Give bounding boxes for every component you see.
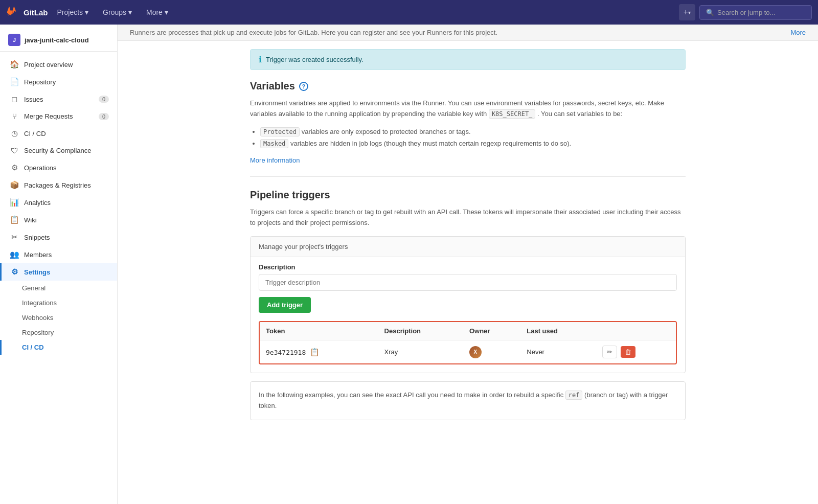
sidebar-sub-item-webhooks[interactable]: Webhooks: [0, 310, 117, 325]
sidebar: J java-junit-calc-cloud 🏠 Project overvi…: [0, 25, 118, 504]
runners-bar: Runners are processes that pick up and e…: [118, 25, 818, 41]
mr-badge: 0: [99, 113, 109, 120]
project-avatar: J: [8, 34, 20, 46]
trigger-description-input[interactable]: [259, 274, 677, 291]
copy-token-button[interactable]: 📋: [308, 347, 322, 358]
table-header-token: Token: [260, 322, 378, 340]
snippets-icon: ✂: [10, 233, 19, 242]
runners-bar-text: Runners are processes that pick up and e…: [130, 29, 497, 36]
add-trigger-button[interactable]: Add trigger: [259, 297, 311, 313]
ref-code: ref: [565, 391, 583, 400]
top-navigation: GitLab Projects ▾ Groups ▾ More ▾ + ▾ 🔍 …: [0, 0, 818, 25]
masked-code: Masked: [260, 139, 288, 148]
table-row: 9e34721918 📋 Xray X Never ✏: [260, 340, 676, 364]
triggers-box-header: Manage your project's triggers: [251, 237, 685, 257]
sidebar-item-wiki[interactable]: 📋 Wiki: [0, 211, 117, 228]
page-layout: J java-junit-calc-cloud 🏠 Project overvi…: [0, 25, 818, 504]
table-header-last-used: Last used: [520, 322, 596, 340]
sidebar-item-security-compliance[interactable]: 🛡 Security & Compliance: [0, 142, 117, 159]
edit-trigger-button[interactable]: ✏: [602, 346, 617, 358]
runners-more-link[interactable]: More: [790, 29, 806, 36]
variables-help-icon[interactable]: ?: [299, 82, 308, 91]
sidebar-item-repository[interactable]: 📄 Repository: [0, 73, 117, 90]
gitlab-logo[interactable]: GitLab: [6, 6, 48, 19]
token-table-wrapper: Token Description Owner Last used: [259, 321, 677, 364]
plus-chevron-icon: ▾: [688, 10, 691, 15]
variables-bullets: Protected variables are only exposed to …: [250, 126, 686, 150]
repository-icon: 📄: [10, 77, 19, 86]
merge-requests-icon: ⑂: [10, 112, 19, 121]
groups-menu[interactable]: Groups ▾: [98, 6, 137, 18]
plus-icon: +: [684, 8, 688, 17]
more-menu[interactable]: More ▾: [141, 6, 173, 18]
protected-code: Protected: [260, 127, 300, 136]
content-inner: ℹ Trigger was created successfully. Vari…: [238, 41, 698, 441]
pipeline-triggers-title: Pipeline triggers: [250, 189, 686, 201]
owner-cell: X: [463, 340, 520, 364]
sidebar-item-issues[interactable]: ◻ Issues 0: [0, 90, 117, 108]
wiki-icon: 📋: [10, 215, 19, 224]
delete-trigger-button[interactable]: 🗑: [621, 346, 635, 358]
sidebar-sub-item-general[interactable]: General: [0, 281, 117, 295]
description-label: Description: [251, 257, 685, 274]
members-icon: 👥: [10, 250, 19, 259]
triggers-box: Manage your project's triggers Descripti…: [250, 236, 686, 373]
sidebar-sub-item-cicd[interactable]: CI / CD: [0, 340, 117, 355]
more-chevron-icon: ▾: [165, 8, 168, 16]
table-header-actions: [596, 322, 676, 340]
sidebar-item-cicd[interactable]: ◷ CI / CD: [0, 125, 117, 142]
bullet-masked: Masked variables are hidden in job logs …: [260, 138, 686, 150]
bottom-info: In the following examples, you can see t…: [250, 381, 686, 420]
variables-code: K8S_SECRET_: [489, 109, 535, 119]
variables-description: Environment variables are applied to env…: [250, 98, 686, 120]
token-table: Token Description Owner Last used: [260, 322, 676, 363]
issues-icon: ◻: [10, 95, 19, 104]
pipeline-triggers-section: Pipeline triggers Triggers can force a s…: [250, 189, 686, 420]
main-content: Runners are processes that pick up and e…: [118, 25, 818, 504]
bullet-protected: Protected variables are only exposed to …: [260, 126, 686, 138]
new-item-button[interactable]: + ▾: [679, 4, 695, 20]
last-used-cell: Never: [520, 340, 596, 364]
search-bar[interactable]: 🔍 Search or jump to...: [699, 5, 812, 20]
groups-chevron-icon: ▾: [128, 8, 132, 16]
operations-icon: ⚙: [10, 163, 19, 172]
more-info-link[interactable]: More information: [250, 156, 300, 164]
project-header: J java-junit-calc-cloud: [0, 29, 117, 52]
home-icon: 🏠: [10, 60, 19, 69]
project-name: java-junit-calc-cloud: [25, 36, 89, 44]
sidebar-sub-item-repository[interactable]: Repository: [0, 325, 117, 340]
pipeline-triggers-description: Triggers can force a specific branch or …: [250, 207, 686, 228]
table-header-owner: Owner: [463, 322, 520, 340]
sidebar-item-members[interactable]: 👥 Members: [0, 246, 117, 263]
sidebar-item-analytics[interactable]: 📊 Analytics: [0, 194, 117, 211]
projects-chevron-icon: ▾: [85, 8, 88, 16]
projects-menu[interactable]: Projects ▾: [52, 6, 94, 18]
cicd-icon: ◷: [10, 129, 19, 138]
variables-title: Variables ?: [250, 80, 686, 92]
sidebar-item-snippets[interactable]: ✂ Snippets: [0, 228, 117, 246]
sidebar-item-packages[interactable]: 📦 Packages & Registries: [0, 176, 117, 194]
sidebar-item-settings[interactable]: ⚙ Settings: [0, 263, 117, 281]
analytics-icon: 📊: [10, 198, 19, 207]
sidebar-item-project-overview[interactable]: 🏠 Project overview: [0, 56, 117, 73]
alert-message: Trigger was created successfully.: [266, 56, 363, 63]
section-divider: [250, 176, 686, 177]
info-icon: ℹ: [259, 55, 262, 64]
sidebar-item-merge-requests[interactable]: ⑂ Merge Requests 0: [0, 108, 117, 125]
actions-cell: ✏ 🗑: [596, 340, 676, 364]
sidebar-sub-item-integrations[interactable]: Integrations: [0, 295, 117, 310]
description-cell: Xray: [378, 340, 463, 364]
variables-section: Variables ? Environment variables are ap…: [250, 80, 686, 164]
packages-icon: 📦: [10, 180, 19, 190]
table-header-description: Description: [378, 322, 463, 340]
security-icon: 🛡: [10, 146, 19, 155]
search-icon: 🔍: [706, 9, 714, 16]
owner-avatar: X: [469, 346, 482, 358]
gitlab-wordmark: GitLab: [24, 8, 48, 17]
settings-icon: ⚙: [10, 267, 19, 277]
token-value-cell: 9e34721918 📋: [260, 340, 378, 364]
success-alert: ℹ Trigger was created successfully.: [250, 49, 686, 70]
sidebar-item-operations[interactable]: ⚙ Operations: [0, 159, 117, 176]
token-value: 9e34721918: [266, 349, 306, 356]
issues-badge: 0: [99, 96, 109, 103]
